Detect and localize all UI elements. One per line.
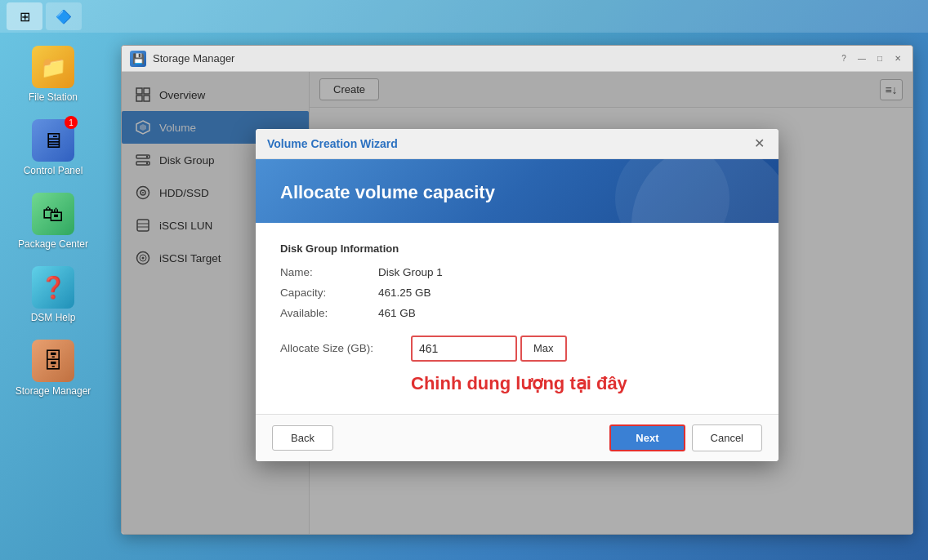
- package-center-label: Package Center: [18, 238, 88, 250]
- modal-header: Volume Creation Wizard ✕: [310, 129, 779, 159]
- info-value-available: 461 GB: [378, 307, 416, 319]
- taskbar-storage-btn[interactable]: 🔷: [46, 2, 82, 30]
- main-content: Create ≡↓ Volume Creation Wizard ✕: [310, 72, 912, 534]
- back-button[interactable]: Back: [310, 425, 333, 451]
- window-close-button[interactable]: ✕: [891, 52, 904, 65]
- window-controls: ? — □ ✕: [837, 52, 904, 65]
- modal-body: Disk Group Information Name: Disk Group …: [310, 223, 779, 414]
- modal-close-button[interactable]: ✕: [751, 136, 767, 152]
- control-panel-label: Control Panel: [24, 165, 83, 176]
- file-station-label: File Station: [29, 91, 78, 103]
- control-panel-icon: 🖥 1: [32, 119, 74, 162]
- annotation-text: Chinh dung lượng tại đây: [411, 373, 754, 394]
- info-label-name: Name:: [310, 266, 378, 278]
- info-label-available: Available:: [310, 307, 378, 319]
- modal-hero-heading: Allocate volume capacity: [310, 182, 754, 203]
- info-value-capacity: 461.25 GB: [378, 287, 431, 299]
- window-maximize-button[interactable]: □: [873, 52, 886, 65]
- modal-title: Volume Creation Wizard: [310, 137, 398, 150]
- allocate-row: Allocate Size (GB): Max: [310, 336, 754, 362]
- window-title: Storage Manager: [153, 52, 234, 64]
- storage-manager-window: 💾 Storage Manager ? — □ ✕ Overview Volu: [121, 45, 913, 535]
- close-icon: ✕: [754, 136, 765, 151]
- window-body: Overview Volume Disk Group HDD/SSD: [122, 72, 912, 534]
- footer-right: Next Cancel: [609, 424, 762, 451]
- info-value-name: Disk Group 1: [378, 266, 443, 278]
- window-titlebar: 💾 Storage Manager ? — □ ✕: [122, 46, 912, 72]
- window-minimize-button[interactable]: —: [855, 52, 868, 65]
- max-button[interactable]: Max: [520, 336, 567, 362]
- control-panel-badge: 1: [65, 116, 78, 129]
- desktop-icon-file-station[interactable]: 📁 File Station: [8, 41, 98, 108]
- next-button[interactable]: Next: [609, 424, 685, 451]
- dsm-help-icon: ❓: [32, 266, 74, 309]
- desktop-icon-storage-manager[interactable]: 🗄 Storage Manager: [8, 335, 98, 402]
- desktop-icon-list: 📁 File Station 🖥 1 Control Panel 🛍 Packa…: [8, 41, 98, 402]
- allocate-size-input[interactable]: [411, 336, 517, 362]
- grid-icon: ⊞: [20, 9, 30, 24]
- allocate-size-label: Allocate Size (GB):: [310, 342, 411, 354]
- window-title-left: 💾 Storage Manager: [130, 51, 234, 67]
- modal-hero: Allocate volume capacity: [310, 159, 779, 223]
- info-row-capacity: Capacity: 461.25 GB: [310, 287, 754, 299]
- taskbar: ⊞ 🔷: [0, 0, 928, 33]
- info-row-name: Name: Disk Group 1: [310, 266, 754, 278]
- desktop-icon-dsm-help[interactable]: ❓ DSM Help: [8, 261, 98, 328]
- window-app-icon: 💾: [130, 51, 146, 67]
- window-help-button[interactable]: ?: [837, 52, 850, 65]
- storage-manager-icon: 🗄: [32, 340, 74, 382]
- package-center-icon: 🛍: [32, 193, 74, 235]
- storage-manager-label: Storage Manager: [16, 385, 91, 397]
- dsm-help-label: DSM Help: [31, 312, 76, 323]
- desktop-icon-control-panel[interactable]: 🖥 1 Control Panel: [8, 114, 98, 181]
- desktop-icon-package-center[interactable]: 🛍 Package Center: [8, 188, 98, 255]
- info-label-capacity: Capacity:: [310, 287, 378, 299]
- cancel-button[interactable]: Cancel: [692, 424, 762, 451]
- modal-footer: Back Next Cancel: [310, 414, 779, 461]
- modal-overlay: Volume Creation Wizard ✕ Allocate volume…: [310, 72, 912, 534]
- taskbar-app-grid[interactable]: ⊞: [7, 2, 42, 30]
- info-row-available: Available: 461 GB: [310, 307, 754, 319]
- storage-taskbar-icon: 🔷: [56, 9, 72, 24]
- disk-group-section-label: Disk Group Information: [310, 242, 754, 255]
- file-station-icon: 📁: [32, 46, 74, 88]
- volume-creation-wizard: Volume Creation Wizard ✕ Allocate volume…: [310, 129, 779, 461]
